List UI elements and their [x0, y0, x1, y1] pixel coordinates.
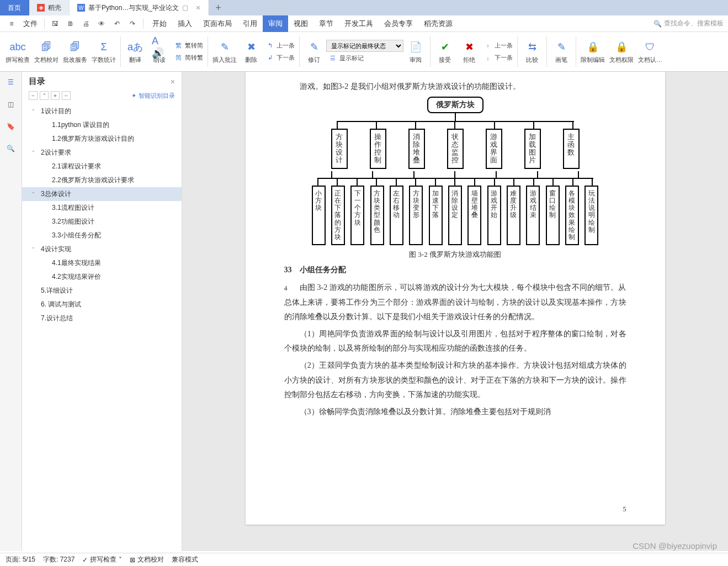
status-words[interactable]: 字数: 7237	[43, 555, 75, 564]
preview-icon[interactable]: 👁	[94, 17, 109, 30]
outline-item[interactable]: ˅3总体设计	[22, 187, 182, 201]
fanjian-label: 繁转简	[185, 41, 203, 50]
separator	[120, 36, 121, 67]
accept-button[interactable]: ✔接受	[433, 34, 457, 69]
diagram-box: 加载图片	[524, 129, 541, 169]
outline-item[interactable]: 3.2功能图设计	[22, 215, 182, 229]
diagram-box: 游戏开始	[487, 186, 501, 245]
connector	[337, 121, 574, 122]
bulk-button[interactable]: 🗐批改服务	[61, 34, 89, 69]
tab-doc2[interactable]: W 基于Python…与实现_毕业论文 ▢ ×	[70, 0, 209, 15]
diagram-root: 俄罗斯方块	[427, 97, 483, 113]
tab-dup-icon[interactable]: ▢	[182, 4, 188, 12]
status-page[interactable]: 页面: 5/15	[6, 555, 35, 564]
chevron-icon: ˅	[32, 247, 39, 252]
outline-item[interactable]: 2.1课程设计要求	[22, 160, 182, 173]
revise-button[interactable]: ✎修订	[302, 34, 326, 69]
menu-tab-7[interactable]: 开发工具	[339, 15, 379, 32]
insert-comment-button[interactable]: ✎插入批注	[210, 34, 239, 69]
outline-item[interactable]: 6. 调试与测试	[22, 298, 182, 311]
wordcount-button[interactable]: Σ字数统计	[89, 34, 118, 69]
fanjian-button[interactable]: 繁繁转简	[172, 40, 205, 51]
bookmark-rail-icon[interactable]: 🔖	[5, 120, 17, 133]
outline-item[interactable]: 2.2俄罗斯方块游戏设计要求	[22, 173, 182, 187]
chevron-icon: ˅	[32, 192, 39, 197]
outline-item[interactable]: ˅1设计目的	[22, 104, 182, 118]
prev-change-label: 上一条	[495, 41, 513, 50]
outline-item[interactable]: 5.详细设计	[22, 284, 182, 298]
undo-icon[interactable]: ↶	[110, 17, 124, 30]
separator	[576, 36, 576, 67]
outline-item[interactable]: 3.1流程图设计	[22, 201, 182, 215]
menu-tab-5[interactable]: 视图	[288, 15, 313, 32]
figure-caption: 图 3-2 俄罗斯方块游戏功能图	[284, 250, 626, 260]
expand-all-icon[interactable]: ˄	[40, 91, 49, 100]
prev-comment-button[interactable]: ↰上一条	[263, 40, 297, 51]
save-as-icon[interactable]: 🗎	[63, 17, 78, 30]
menu-tab-9[interactable]: 稻壳资源	[418, 15, 458, 32]
prev-change-button[interactable]: ↑上一条	[481, 40, 515, 51]
show-markup-button[interactable]: ☰显示标记	[326, 53, 403, 64]
smart-detect-button[interactable]: ✦智能识别目录	[131, 92, 175, 100]
review-button[interactable]: 📄审阅	[403, 34, 428, 69]
search-box[interactable]: 🔍 查找命令、搜索模板	[653, 19, 724, 28]
outline-item[interactable]: ˅4设计实现	[22, 242, 182, 256]
menu-tab-3[interactable]: 引用	[237, 15, 263, 32]
restrict-edit-label: 限制编辑	[581, 56, 605, 64]
remove-item-icon[interactable]: −	[62, 91, 71, 100]
outline-item[interactable]: 4.2实现结果评价	[22, 270, 182, 284]
search-rail-icon[interactable]: 🔍	[5, 142, 17, 155]
close-icon[interactable]: ×	[196, 3, 200, 12]
add-item-icon[interactable]: +	[51, 91, 60, 100]
close-panel-icon[interactable]: ×	[171, 77, 175, 86]
restrict-edit-button[interactable]: 🔒限制编辑	[578, 34, 607, 69]
doc-auth-button[interactable]: 🛡文档认…	[636, 34, 665, 69]
reject-button[interactable]: ✖拒绝	[457, 34, 481, 69]
print-icon[interactable]: 🖨	[79, 17, 93, 30]
next-comment-button[interactable]: ↲下一条	[263, 52, 297, 64]
hamburger-icon[interactable]: ≡	[4, 17, 19, 30]
tab-doc1[interactable]: ❖稻壳	[29, 0, 70, 15]
menu-tab-1[interactable]: 插入	[172, 15, 198, 32]
menu-tab-4[interactable]: 审阅	[263, 15, 288, 32]
delete-comment-button[interactable]: ✖删除	[239, 34, 263, 69]
tab-add[interactable]: +	[209, 0, 228, 15]
next-change-button[interactable]: ↓下一条	[481, 52, 515, 64]
status-spell[interactable]: ✓拼写检查 ˅	[82, 555, 122, 564]
translate-button[interactable]: aあ翻译	[123, 34, 147, 69]
translate-icon: aあ	[127, 39, 143, 55]
outline-tree: ˅1设计目的 1.1python 课设目的 1.2俄罗斯方块游戏设计目的˅2设计…	[22, 104, 182, 551]
markup-state-select[interactable]: 显示标记的最终状态	[326, 40, 403, 52]
redo-icon[interactable]: ↷	[125, 17, 140, 30]
outline-item[interactable]: 1.1python 课设目的	[22, 118, 182, 132]
tab-home[interactable]: 首页	[0, 0, 29, 15]
wordcount-icon: Σ	[96, 39, 111, 55]
outline-rail-icon[interactable]: ☰	[5, 76, 17, 88]
spell-check-button[interactable]: abc拼写检查	[3, 34, 32, 69]
compare-button[interactable]: ⇆比较	[520, 34, 544, 69]
menu-tab-0[interactable]: 开始	[147, 15, 172, 32]
doc-perm-button[interactable]: 🔒文档权限	[607, 34, 636, 69]
brush-button[interactable]: ✎画笔	[549, 34, 573, 69]
save-icon[interactable]: 🖫	[48, 17, 62, 30]
shapes-rail-icon[interactable]: ◫	[5, 98, 17, 110]
read-button[interactable]: A🔊朗读	[147, 34, 172, 69]
outline-item[interactable]: 4.1最终实现结果	[22, 256, 182, 270]
status-proof[interactable]: ⊠文档校对	[130, 555, 164, 564]
proof-button[interactable]: 🗐文档校对	[32, 34, 61, 69]
jianfan-button[interactable]: 简简转繁	[172, 52, 205, 64]
doc-top-line: 游戏。如图3-2 是我们小组对俄罗斯方块游戏设计的功能图设计。	[284, 80, 626, 94]
tab-home-label: 首页	[8, 3, 21, 13]
lock-icon: 🔒	[585, 39, 601, 55]
file-menu[interactable]: 文件	[20, 19, 41, 29]
outline-item[interactable]: 7.设计总结	[22, 311, 182, 325]
document-area[interactable]: 游戏。如图3-2 是我们小组对俄罗斯方块游戏设计的功能图设计。 俄罗斯方块 方块…	[182, 72, 728, 551]
next-icon: ↲	[265, 54, 274, 62]
menu-tab-8[interactable]: 会员专享	[379, 15, 418, 32]
collapse-all-icon[interactable]: −	[29, 91, 38, 100]
menu-tab-6[interactable]: 章节	[313, 15, 339, 32]
menu-tab-2[interactable]: 页面布局	[198, 15, 237, 32]
outline-item[interactable]: 3.3小组任务分配	[22, 229, 182, 242]
outline-item[interactable]: 1.2俄罗斯方块游戏设计目的	[22, 132, 182, 146]
outline-item[interactable]: ˅2设计要求	[22, 146, 182, 160]
